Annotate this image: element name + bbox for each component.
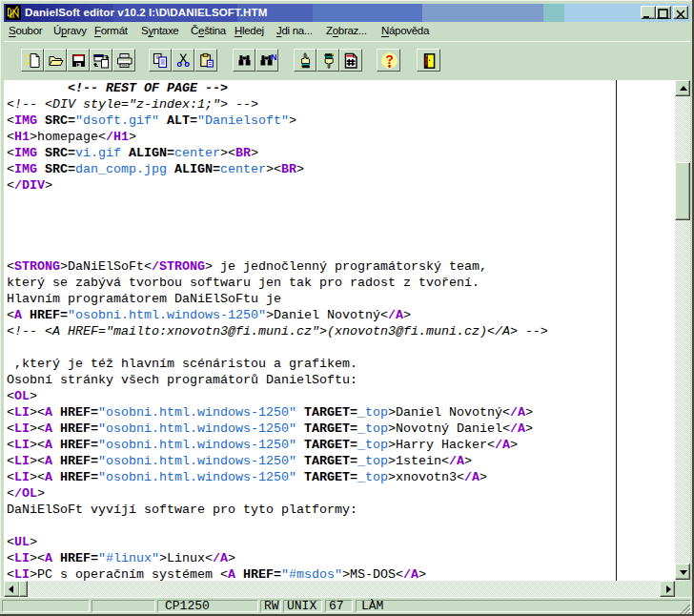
svg-text:N: N [271,52,276,62]
